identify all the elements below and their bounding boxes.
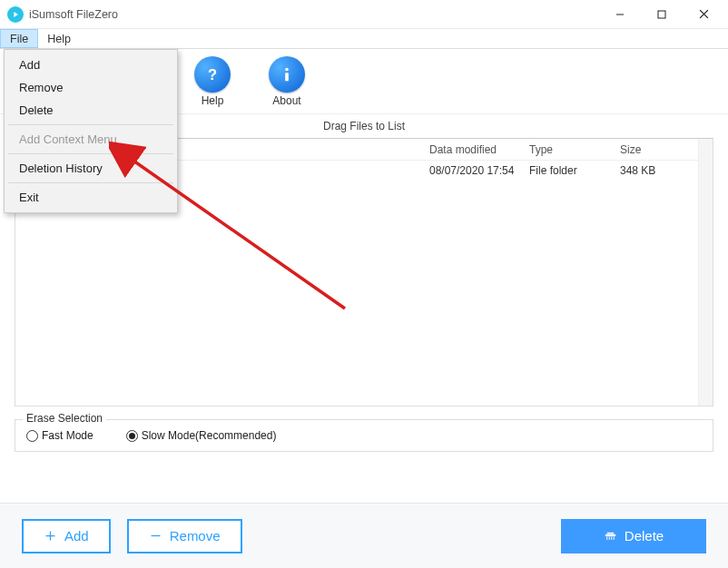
menu-help[interactable]: Help — [38, 29, 80, 48]
help-icon: ? — [194, 56, 231, 93]
toolbar-help-label: Help — [202, 94, 224, 107]
menu-item-exit[interactable]: Exit — [6, 186, 175, 209]
plus-icon — [44, 529, 57, 543]
svg-rect-3 — [285, 73, 289, 81]
shredder-icon — [604, 529, 617, 543]
menu-separator — [8, 124, 173, 125]
svg-rect-0 — [658, 11, 665, 18]
title-bar: iSumsoft FileZero — [0, 0, 728, 29]
col-type[interactable]: Type — [524, 143, 615, 156]
remove-button-label: Remove — [170, 528, 221, 544]
delete-button[interactable]: Delete — [561, 519, 706, 553]
app-title: iSumsoft FileZero — [29, 8, 118, 21]
menu-item-deletion-history[interactable]: Deletion History — [6, 157, 175, 180]
cell-type: File folder — [524, 164, 615, 177]
menu-separator — [8, 182, 173, 183]
menu-separator — [8, 153, 173, 154]
radio-icon-selected — [126, 430, 138, 442]
delete-button-label: Delete — [625, 528, 664, 544]
radio-fast-mode[interactable]: Fast Mode — [26, 429, 93, 442]
toolbar-about-label: About — [272, 94, 300, 107]
add-button-label: Add — [64, 528, 89, 544]
menu-item-add-context: Add Context Menu — [6, 128, 175, 151]
menu-item-add[interactable]: Add — [6, 54, 175, 76]
svg-rect-4 — [605, 534, 615, 537]
bottom-bar: Add Remove Delete — [0, 503, 728, 568]
erase-legend: Erase Selection — [23, 412, 106, 425]
cell-modified: 08/07/2020 17:54 — [424, 164, 524, 177]
radio-fast-label: Fast Mode — [42, 429, 93, 442]
list-scrollbar[interactable] — [698, 139, 713, 406]
app-icon — [7, 6, 24, 23]
minimize-button[interactable] — [599, 0, 641, 29]
maximize-button[interactable] — [641, 0, 683, 29]
window-controls — [599, 0, 724, 29]
col-modified[interactable]: Data modified — [424, 143, 524, 156]
radio-icon — [26, 430, 38, 442]
minus-icon — [149, 529, 162, 543]
menu-item-delete[interactable]: Delete — [6, 99, 175, 122]
info-icon — [269, 56, 305, 93]
radio-slow-label: Slow Mode(Recommended) — [142, 429, 277, 442]
svg-text:?: ? — [208, 65, 217, 82]
add-button[interactable]: Add — [22, 519, 111, 553]
radio-slow-mode[interactable]: Slow Mode(Recommended) — [126, 429, 277, 442]
toolbar-help-button[interactable]: ? Help — [187, 56, 238, 107]
svg-point-2 — [285, 67, 289, 71]
file-menu-dropdown: Add Remove Delete Add Context Menu Delet… — [4, 49, 178, 213]
menu-bar: File Help — [0, 29, 728, 49]
menu-item-remove[interactable]: Remove — [6, 76, 175, 99]
toolbar-about-button[interactable]: About — [261, 56, 312, 107]
close-button[interactable] — [683, 0, 724, 29]
menu-file[interactable]: File — [0, 29, 38, 48]
remove-button[interactable]: Remove — [127, 519, 242, 553]
erase-selection-group: Erase Selection Fast Mode Slow Mode(Reco… — [15, 419, 713, 452]
